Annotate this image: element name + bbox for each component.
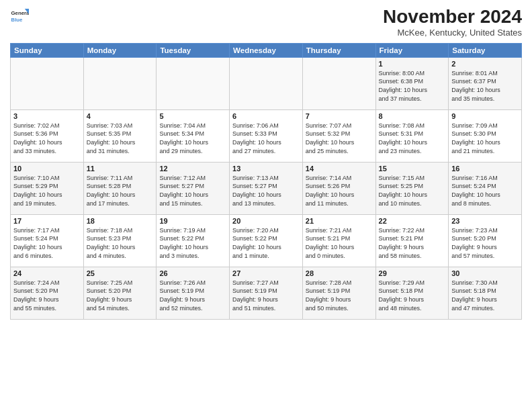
day-number: 11 bbox=[87, 165, 154, 173]
day-number: 14 bbox=[306, 165, 373, 173]
day-number: 30 bbox=[451, 269, 519, 277]
col-monday: Monday bbox=[83, 43, 157, 57]
header: General Blue November 2024 McKee, Kentuc… bbox=[10, 7, 522, 38]
day-info: Sunrise: 7:09 AMSunset: 5:30 PMDaylight:… bbox=[451, 122, 519, 155]
day-info: Sunrise: 7:25 AMSunset: 5:20 PMDaylight:… bbox=[87, 279, 154, 312]
day-info: Sunrise: 7:10 AMSunset: 5:29 PMDaylight:… bbox=[13, 174, 81, 208]
day-number: 24 bbox=[13, 269, 81, 277]
day-info: Sunrise: 7:20 AMSunset: 5:22 PMDaylight:… bbox=[232, 226, 300, 260]
calendar-header-row: Sunday Monday Tuesday Wednesday Thursday… bbox=[11, 43, 522, 57]
day-number: 19 bbox=[159, 217, 226, 225]
day-number: 9 bbox=[451, 112, 519, 120]
table-row: 14Sunrise: 7:14 AMSunset: 5:26 PMDayligh… bbox=[302, 162, 375, 214]
table-row bbox=[11, 57, 84, 109]
day-number: 26 bbox=[159, 269, 226, 277]
col-sunday: Sunday bbox=[11, 43, 84, 57]
day-info: Sunrise: 7:21 AMSunset: 5:21 PMDaylight:… bbox=[306, 226, 373, 260]
table-row: 7Sunrise: 7:07 AMSunset: 5:32 PMDaylight… bbox=[302, 109, 375, 162]
table-row: 26Sunrise: 7:26 AMSunset: 5:19 PMDayligh… bbox=[157, 267, 230, 319]
table-row: 12Sunrise: 7:12 AMSunset: 5:27 PMDayligh… bbox=[157, 162, 230, 214]
day-number: 29 bbox=[379, 269, 446, 277]
logo-icon: General Blue bbox=[10, 7, 29, 26]
page: General Blue November 2024 McKee, Kentuc… bbox=[0, 0, 532, 325]
table-row: 30Sunrise: 7:30 AMSunset: 5:18 PMDayligh… bbox=[449, 267, 522, 319]
day-info: Sunrise: 7:30 AMSunset: 5:18 PMDaylight:… bbox=[451, 279, 519, 312]
day-info: Sunrise: 7:19 AMSunset: 5:22 PMDaylight:… bbox=[159, 226, 226, 260]
table-row bbox=[157, 57, 230, 109]
table-row: 24Sunrise: 7:24 AMSunset: 5:20 PMDayligh… bbox=[11, 267, 84, 319]
day-number: 2 bbox=[451, 60, 519, 68]
day-number: 3 bbox=[13, 112, 81, 120]
calendar-week-4: 17Sunrise: 7:17 AMSunset: 5:24 PMDayligh… bbox=[11, 214, 522, 267]
day-info: Sunrise: 8:01 AMSunset: 6:37 PMDaylight:… bbox=[451, 69, 519, 103]
day-info: Sunrise: 7:08 AMSunset: 5:31 PMDaylight:… bbox=[379, 122, 446, 155]
table-row: 3Sunrise: 7:02 AMSunset: 5:36 PMDaylight… bbox=[11, 109, 84, 162]
table-row: 19Sunrise: 7:19 AMSunset: 5:22 PMDayligh… bbox=[157, 214, 230, 267]
day-number: 10 bbox=[13, 165, 81, 173]
day-info: Sunrise: 7:06 AMSunset: 5:33 PMDaylight:… bbox=[232, 122, 300, 155]
col-wednesday: Wednesday bbox=[230, 43, 303, 57]
table-row bbox=[230, 57, 303, 109]
day-number: 8 bbox=[379, 112, 446, 120]
title-area: November 2024 McKee, Kentucky, United St… bbox=[383, 7, 522, 38]
day-info: Sunrise: 7:24 AMSunset: 5:20 PMDaylight:… bbox=[13, 279, 81, 312]
table-row: 9Sunrise: 7:09 AMSunset: 5:30 PMDaylight… bbox=[449, 109, 522, 162]
day-info: Sunrise: 7:13 AMSunset: 5:27 PMDaylight:… bbox=[232, 174, 300, 208]
day-number: 12 bbox=[159, 165, 226, 173]
col-saturday: Saturday bbox=[449, 43, 522, 57]
month-title: November 2024 bbox=[383, 7, 522, 28]
table-row: 15Sunrise: 7:15 AMSunset: 5:25 PMDayligh… bbox=[375, 162, 449, 214]
day-number: 28 bbox=[306, 269, 373, 277]
day-number: 4 bbox=[87, 112, 154, 120]
day-number: 7 bbox=[306, 112, 373, 120]
day-number: 5 bbox=[159, 112, 226, 120]
day-info: Sunrise: 7:16 AMSunset: 5:24 PMDaylight:… bbox=[451, 174, 519, 208]
day-info: Sunrise: 7:26 AMSunset: 5:19 PMDaylight:… bbox=[159, 279, 226, 312]
day-number: 27 bbox=[232, 269, 300, 277]
table-row: 29Sunrise: 7:29 AMSunset: 5:18 PMDayligh… bbox=[375, 267, 449, 319]
day-info: Sunrise: 7:11 AMSunset: 5:28 PMDaylight:… bbox=[87, 174, 154, 208]
table-row: 21Sunrise: 7:21 AMSunset: 5:21 PMDayligh… bbox=[302, 214, 375, 267]
day-number: 1 bbox=[379, 60, 446, 68]
day-number: 23 bbox=[451, 217, 519, 225]
table-row: 5Sunrise: 7:04 AMSunset: 5:34 PMDaylight… bbox=[157, 109, 230, 162]
day-info: Sunrise: 7:03 AMSunset: 5:35 PMDaylight:… bbox=[87, 122, 154, 155]
day-info: Sunrise: 7:17 AMSunset: 5:24 PMDaylight:… bbox=[13, 226, 81, 260]
col-tuesday: Tuesday bbox=[157, 43, 230, 57]
table-row: 16Sunrise: 7:16 AMSunset: 5:24 PMDayligh… bbox=[449, 162, 522, 214]
table-row: 17Sunrise: 7:17 AMSunset: 5:24 PMDayligh… bbox=[11, 214, 84, 267]
table-row: 22Sunrise: 7:22 AMSunset: 5:21 PMDayligh… bbox=[375, 214, 449, 267]
table-row: 13Sunrise: 7:13 AMSunset: 5:27 PMDayligh… bbox=[230, 162, 303, 214]
day-info: Sunrise: 7:28 AMSunset: 5:19 PMDaylight:… bbox=[306, 279, 373, 312]
table-row: 25Sunrise: 7:25 AMSunset: 5:20 PMDayligh… bbox=[83, 267, 157, 319]
table-row bbox=[302, 57, 375, 109]
calendar-week-3: 10Sunrise: 7:10 AMSunset: 5:29 PMDayligh… bbox=[11, 162, 522, 214]
day-info: Sunrise: 7:18 AMSunset: 5:23 PMDaylight:… bbox=[87, 226, 154, 260]
day-number: 21 bbox=[306, 217, 373, 225]
calendar-week-2: 3Sunrise: 7:02 AMSunset: 5:36 PMDaylight… bbox=[11, 109, 522, 162]
day-info: Sunrise: 7:22 AMSunset: 5:21 PMDaylight:… bbox=[379, 226, 446, 260]
day-number: 6 bbox=[232, 112, 300, 120]
table-row: 8Sunrise: 7:08 AMSunset: 5:31 PMDaylight… bbox=[375, 109, 449, 162]
day-number: 20 bbox=[232, 217, 300, 225]
table-row: 6Sunrise: 7:06 AMSunset: 5:33 PMDaylight… bbox=[230, 109, 303, 162]
table-row: 23Sunrise: 7:23 AMSunset: 5:20 PMDayligh… bbox=[449, 214, 522, 267]
table-row: 20Sunrise: 7:20 AMSunset: 5:22 PMDayligh… bbox=[230, 214, 303, 267]
day-info: Sunrise: 7:27 AMSunset: 5:19 PMDaylight:… bbox=[232, 279, 300, 312]
day-info: Sunrise: 7:02 AMSunset: 5:36 PMDaylight:… bbox=[13, 122, 81, 155]
day-number: 22 bbox=[379, 217, 446, 225]
col-thursday: Thursday bbox=[302, 43, 375, 57]
day-info: Sunrise: 7:04 AMSunset: 5:34 PMDaylight:… bbox=[159, 122, 226, 155]
day-info: Sunrise: 8:00 AMSunset: 6:38 PMDaylight:… bbox=[379, 69, 446, 103]
day-info: Sunrise: 7:14 AMSunset: 5:26 PMDaylight:… bbox=[306, 174, 373, 208]
day-info: Sunrise: 7:29 AMSunset: 5:18 PMDaylight:… bbox=[379, 279, 446, 312]
table-row: 1Sunrise: 8:00 AMSunset: 6:38 PMDaylight… bbox=[375, 57, 449, 109]
table-row: 18Sunrise: 7:18 AMSunset: 5:23 PMDayligh… bbox=[83, 214, 157, 267]
day-info: Sunrise: 7:07 AMSunset: 5:32 PMDaylight:… bbox=[306, 122, 373, 155]
day-number: 25 bbox=[87, 269, 154, 277]
day-number: 16 bbox=[451, 165, 519, 173]
day-number: 15 bbox=[379, 165, 446, 173]
calendar-week-1: 1Sunrise: 8:00 AMSunset: 6:38 PMDaylight… bbox=[11, 57, 522, 109]
location: McKee, Kentucky, United States bbox=[383, 28, 522, 38]
table-row: 28Sunrise: 7:28 AMSunset: 5:19 PMDayligh… bbox=[302, 267, 375, 319]
